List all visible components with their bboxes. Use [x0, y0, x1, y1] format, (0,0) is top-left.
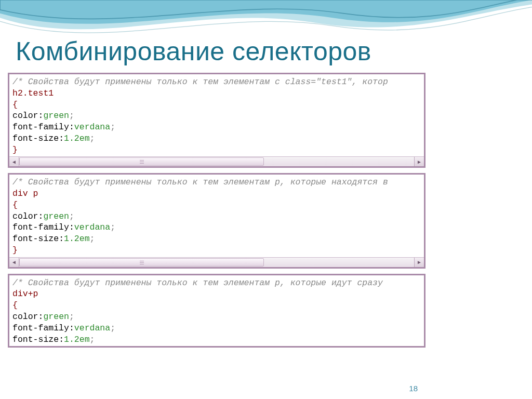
- code-area: /* Свойства будут применены только к тем…: [9, 74, 424, 156]
- scroll-left-button[interactable]: ◄: [9, 157, 19, 166]
- slide-content: /* Свойства будут применены только к тем…: [8, 73, 425, 389]
- scroll-track[interactable]: [19, 157, 414, 166]
- scroll-right-button[interactable]: ►: [414, 157, 424, 166]
- code-area: /* Свойства будут применены только к тем…: [9, 275, 424, 347]
- slide-title: Комбинирование селекторов: [16, 36, 371, 66]
- scroll-track[interactable]: [19, 258, 414, 267]
- code-block-2: /* Свойства будут применены только к тем…: [8, 274, 425, 348]
- scroll-left-button[interactable]: ◄: [9, 258, 19, 267]
- code-block-1: /* Свойства будут применены только к тем…: [8, 173, 425, 268]
- code-block-0: /* Свойства будут применены только к тем…: [8, 73, 425, 168]
- scroll-thumb[interactable]: [19, 157, 264, 166]
- horizontal-scrollbar[interactable]: ◄►: [9, 156, 424, 166]
- page-number: 18: [409, 384, 418, 393]
- horizontal-scrollbar[interactable]: ◄►: [9, 257, 424, 267]
- scroll-thumb[interactable]: [19, 258, 264, 267]
- code-area: /* Свойства будут применены только к тем…: [9, 175, 424, 257]
- scroll-right-button[interactable]: ►: [414, 258, 424, 267]
